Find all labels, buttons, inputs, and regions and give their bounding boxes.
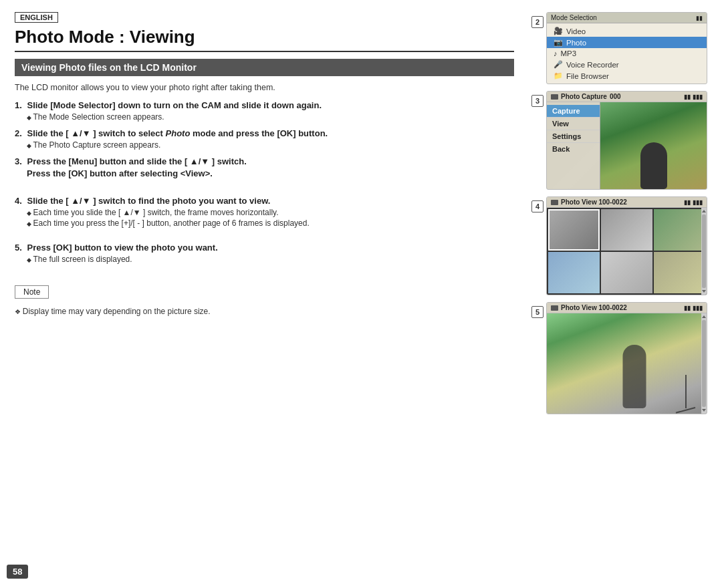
menu-item-photo[interactable]: 📷 Photo bbox=[547, 37, 707, 48]
menu-item-photo-label: Photo bbox=[566, 39, 586, 47]
menu-item-file-browser[interactable]: 📁 File Browser bbox=[547, 70, 707, 82]
page: ENGLISH Photo Mode : Viewing Viewing Pho… bbox=[0, 0, 722, 588]
right-column: 2 Mode Selection ▮▮ 🎥 Video 📷 Photo bbox=[530, 12, 707, 576]
step-3: 3. Press the [Menu] button and slide the… bbox=[15, 156, 514, 178]
scroll-thumb-5[interactable] bbox=[702, 320, 706, 407]
menu-item-video-label: Video bbox=[566, 27, 586, 35]
step-2: 2. Slide the [ ▲/▼ ] switch to select Ph… bbox=[15, 128, 514, 150]
menu-item-mp3[interactable]: ♪ MP3 bbox=[547, 48, 707, 59]
step-badge-5: 5 bbox=[531, 306, 544, 318]
page-number: 58 bbox=[7, 565, 28, 579]
capture-menu-settings[interactable]: Settings bbox=[547, 130, 600, 143]
step-1-sub-1: The Mode Selection screen appears. bbox=[27, 112, 514, 122]
capture-menu-back[interactable]: Back bbox=[547, 143, 600, 155]
screen-3-wrapper: 3 Photo Capture 000 ▮▮ ▮▮▮ Capture View bbox=[546, 91, 707, 190]
step-2-post: mode and press the [OK] button. bbox=[190, 128, 328, 138]
step-1: 1. Slide [Mode Selector] down to turn on… bbox=[15, 100, 514, 122]
step-3-main: 3. Press the [Menu] button and slide the… bbox=[15, 156, 514, 166]
tripod bbox=[685, 375, 687, 408]
step-4-number: 4. bbox=[15, 196, 22, 206]
grid-cell-4[interactable] bbox=[548, 252, 600, 293]
person-silhouette bbox=[623, 345, 646, 408]
screen-4-header: Photo View 100-0022 ▮▮ ▮▮▮ bbox=[547, 197, 707, 208]
scroll-up-arrow[interactable] bbox=[702, 210, 706, 212]
scroll-up-arrow-5[interactable] bbox=[702, 315, 706, 318]
screen-4-title: Photo View 100-0022 bbox=[561, 198, 627, 206]
step-2-sub-1: The Photo Capture screen appears. bbox=[27, 140, 514, 150]
note-content: Display time may vary depending on the p… bbox=[15, 307, 514, 316]
kid-silhouette bbox=[640, 142, 667, 189]
step-2-pre: Slide the [ ▲/▼ ] switch to select bbox=[27, 128, 165, 138]
step-2-main: 2. Slide the [ ▲/▼ ] switch to select Ph… bbox=[15, 128, 514, 138]
capture-menu: Capture View Settings Back bbox=[547, 102, 600, 189]
intro-text: The LCD monitor allows you to view your … bbox=[15, 83, 514, 92]
screen-5: Photo View 100-0022 ▮▮ ▮▮▮ bbox=[546, 302, 707, 414]
screen-4: Photo View 100-0022 ▮▮ ▮▮▮ bbox=[546, 196, 707, 295]
camera-icon-small bbox=[551, 94, 558, 100]
screen-3-body: Capture View Settings Back bbox=[547, 102, 707, 189]
photo-grid bbox=[547, 208, 707, 295]
screen-2-wrapper: 2 Mode Selection ▮▮ 🎥 Video 📷 Photo bbox=[546, 12, 707, 84]
page-title: Photo Mode : Viewing bbox=[15, 27, 514, 52]
step-4-main: 4. Slide the [ ▲/▼ ] switch to find the … bbox=[15, 196, 514, 206]
screen-3-photo-bg: Capture View Settings Back bbox=[547, 102, 707, 189]
screen-5-title: Photo View 100-0022 bbox=[561, 304, 627, 311]
step-4-sub-2: Each time you press the [+]/[ - ] button… bbox=[27, 218, 514, 228]
screen-5-body bbox=[547, 313, 707, 414]
kid-photo bbox=[600, 102, 707, 189]
step-4-sub-1: Each time you slide the [ ▲/▼ ] switch, … bbox=[27, 208, 514, 217]
step-3-line2: Press the [OK] button after selecting <V… bbox=[27, 168, 514, 178]
grid-cell-5[interactable] bbox=[601, 252, 652, 293]
screen-2: Mode Selection ▮▮ 🎥 Video 📷 Photo bbox=[546, 12, 707, 84]
grid-cell-6[interactable] bbox=[654, 252, 705, 293]
capture-menu-view[interactable]: View bbox=[547, 118, 600, 130]
camera-icon-5 bbox=[551, 305, 558, 311]
screen-5-header: Photo View 100-0022 ▮▮ ▮▮▮ bbox=[547, 303, 707, 313]
scroll-down-arrow-5[interactable] bbox=[702, 409, 706, 412]
step-5-sub-1: The full screen is displayed. bbox=[27, 255, 514, 264]
left-column: ENGLISH Photo Mode : Viewing Viewing Pho… bbox=[15, 12, 530, 576]
screen-3-photo bbox=[600, 102, 707, 189]
full-photo bbox=[547, 313, 707, 414]
step-1-main: 1. Slide [Mode Selector] down to turn on… bbox=[15, 100, 514, 110]
menu-item-voice-recorder[interactable]: 🎤 Voice Recorder bbox=[547, 59, 707, 70]
screen-2-title: Mode Selection bbox=[551, 14, 597, 21]
step-4: 4. Slide the [ ▲/▼ ] switch to find the … bbox=[15, 196, 514, 228]
screen-5-icons: ▮▮ ▮▮▮ bbox=[684, 305, 703, 311]
capture-menu-capture[interactable]: Capture bbox=[547, 105, 600, 118]
scroll-down-arrow[interactable] bbox=[702, 290, 706, 293]
step-5-number: 5. bbox=[15, 243, 22, 253]
camera-icon-4 bbox=[551, 200, 558, 205]
scrollbar-5[interactable] bbox=[701, 313, 707, 414]
menu-item-voice-recorder-label: Voice Recorder bbox=[566, 61, 619, 69]
step-1-text: Slide [Mode Selector] down to turn on th… bbox=[27, 100, 322, 110]
battery-icon: ▮▮ bbox=[696, 15, 703, 21]
step-5-text: Press [OK] button to view the photo you … bbox=[27, 243, 217, 253]
scrollbar-4[interactable] bbox=[701, 208, 707, 295]
screen-3-header: Photo Capture 000 ▮▮ ▮▮▮ bbox=[547, 92, 707, 102]
step-3-number: 3. bbox=[15, 156, 22, 166]
step-badge-2: 2 bbox=[531, 16, 544, 28]
photo-icon: 📷 bbox=[554, 38, 563, 47]
scroll-thumb[interactable] bbox=[702, 214, 706, 288]
step-1-number: 1. bbox=[15, 100, 22, 110]
note-section: Note Display time may vary depending on … bbox=[15, 279, 514, 316]
screen-2-icons: ▮▮ bbox=[696, 15, 703, 21]
screen-3-title: Photo Capture bbox=[561, 93, 607, 100]
screen-4-icons: ▮▮ ▮▮▮ bbox=[684, 199, 703, 206]
screen-3: Photo Capture 000 ▮▮ ▮▮▮ Capture View Se… bbox=[546, 91, 707, 190]
menu-item-video[interactable]: 🎥 Video bbox=[547, 25, 707, 37]
file-browser-icon: 📁 bbox=[554, 71, 563, 80]
note-label: Note bbox=[15, 285, 49, 299]
screen-2-header: Mode Selection ▮▮ bbox=[547, 13, 707, 23]
grid-cell-1[interactable] bbox=[548, 209, 600, 251]
step-5: 5. Press [OK] button to view the photo y… bbox=[15, 243, 514, 264]
step-2-number: 2. bbox=[15, 128, 22, 138]
menu-item-mp3-label: MP3 bbox=[561, 49, 577, 57]
grid-cell-2[interactable] bbox=[601, 209, 652, 251]
step-4-text: Slide the [ ▲/▼ ] switch to find the pho… bbox=[27, 196, 270, 206]
menu-item-file-browser-label: File Browser bbox=[566, 72, 609, 80]
mode-selection-menu: 🎥 Video 📷 Photo ♪ MP3 🎤 Voice Recorder bbox=[547, 23, 707, 84]
grid-cell-3[interactable] bbox=[654, 209, 705, 251]
step-2-italic: Photo bbox=[166, 128, 191, 138]
